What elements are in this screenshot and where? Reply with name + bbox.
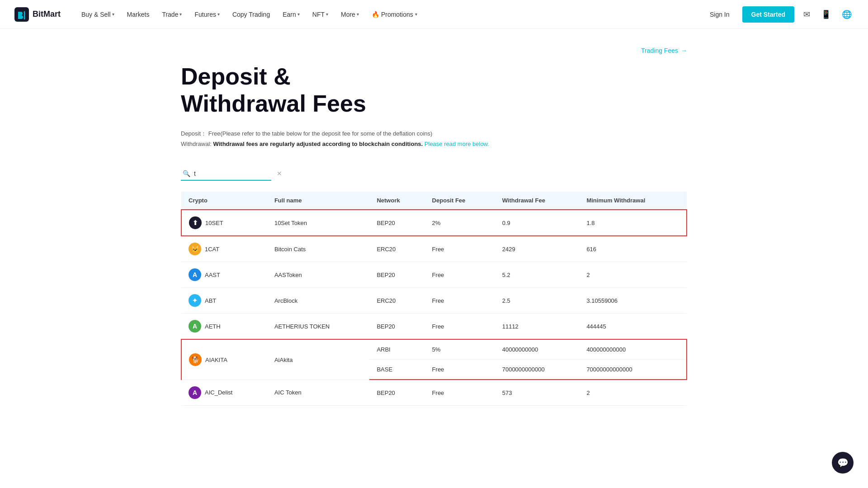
- fire-icon: 🔥: [372, 11, 379, 18]
- col-withdrawal-fee: Withdrawal Fee: [495, 192, 580, 210]
- crypto-id: ABT: [205, 297, 216, 304]
- trading-fees-link[interactable]: Trading Fees →: [181, 47, 687, 54]
- network: BEP20: [369, 210, 425, 236]
- crypto-cell-wrapper: ⬆ 10SET: [181, 210, 267, 236]
- full-name: AiAkita: [267, 339, 369, 380]
- crypto-id: AAST: [205, 272, 220, 278]
- min-withdrawal: 616: [579, 236, 687, 262]
- nav-item-buy-sell[interactable]: Buy & Sell ▾: [75, 0, 121, 29]
- nav-item-nft[interactable]: NFT ▾: [306, 0, 335, 29]
- network2: BASE: [369, 360, 425, 380]
- nav-item-futures[interactable]: Futures ▾: [188, 0, 226, 29]
- table-row: 🐱 1CAT Bitcoin Cats ERC20 Free 2429 616: [181, 236, 687, 262]
- min-withdrawal: 1.8: [579, 210, 687, 236]
- arrow-right-icon: →: [681, 47, 687, 54]
- table-row: A AIC_Delist AIC Token BEP20 Free 573 2: [181, 380, 687, 405]
- nav-item-earn[interactable]: Earn ▾: [276, 0, 306, 29]
- nav-item-markets[interactable]: Markets: [121, 0, 156, 29]
- min-withdrawal: 3.10559006: [579, 288, 687, 314]
- crypto-id: AIAKITA: [205, 357, 227, 363]
- network: BEP20: [369, 262, 425, 288]
- crypto-cell-wrapper: A AAST: [181, 262, 267, 288]
- chevron-down-icon: ▾: [415, 12, 417, 17]
- crypto-cell-wrapper: A AIC_Delist: [181, 380, 267, 405]
- col-min-withdrawal: Minimum Withdrawal: [579, 192, 687, 210]
- table-body: ⬆ 10SET 10Set Token BEP20 2% 0.9 1.8 🐱 1…: [181, 210, 687, 405]
- search-icon: 🔍: [183, 170, 190, 177]
- nav-item-more[interactable]: More ▾: [335, 0, 365, 29]
- deposit-fee: Free: [425, 262, 495, 288]
- globe-icon[interactable]: 🌐: [840, 8, 854, 21]
- chevron-down-icon: ▾: [112, 12, 114, 17]
- mail-icon[interactable]: ✉: [802, 8, 812, 21]
- network: ERC20: [369, 236, 425, 262]
- network: BEP20: [369, 314, 425, 340]
- withdrawal-fee2: 7000000000000: [495, 360, 580, 380]
- coin-icon: A: [189, 268, 201, 281]
- sign-in-button[interactable]: Sign In: [704, 7, 735, 22]
- table-row: ✦ ABT ArcBlock ERC20 Free 2.5 3.10559006: [181, 288, 687, 314]
- withdrawal-fee: 2.5: [495, 288, 580, 314]
- col-full-name: Full name: [267, 192, 369, 210]
- deposit-fee: Free: [425, 314, 495, 340]
- nav-links: Buy & Sell ▾ Markets Trade ▾ Futures ▾ C…: [75, 0, 424, 29]
- deposit-fee: 2%: [425, 210, 495, 236]
- nav-item-trade[interactable]: Trade ▾: [156, 0, 188, 29]
- table-row: 🐕 AIAKITA AiAkita ARBI 5% 40000000000 40…: [181, 339, 687, 360]
- table-row: ⬆ 10SET 10Set Token BEP20 2% 0.9 1.8: [181, 210, 687, 236]
- full-name: 10Set Token: [267, 210, 369, 236]
- search-input[interactable]: [194, 170, 273, 177]
- description: Deposit： Free(Please refer to the table …: [181, 128, 687, 150]
- search-container: 🔍 ✕: [181, 167, 271, 181]
- table-row: A AAST AASToken BEP20 Free 5.2 2: [181, 262, 687, 288]
- clear-icon[interactable]: ✕: [277, 170, 282, 177]
- min-withdrawal: 444445: [579, 314, 687, 340]
- withdrawal-fee: 5.2: [495, 262, 580, 288]
- crypto-id: 1CAT: [205, 246, 219, 253]
- min-withdrawal: 2: [579, 262, 687, 288]
- full-name: AETHERIUS TOKEN: [267, 314, 369, 340]
- crypto-id: AIC_Delist: [205, 389, 232, 396]
- coin-icon: ⬆: [189, 216, 202, 229]
- nav-item-copy-trading[interactable]: Copy Trading: [226, 0, 276, 29]
- logo[interactable]: BitMart: [14, 7, 61, 22]
- full-name: AIC Token: [267, 380, 369, 405]
- chevron-down-icon: ▾: [297, 12, 300, 17]
- crypto-cell: A AAST: [189, 268, 260, 281]
- main-content: Trading Fees → Deposit & Withdrawal Fees…: [163, 29, 705, 424]
- full-name: AASToken: [267, 262, 369, 288]
- coin-icon: 🐕: [189, 353, 202, 366]
- phone-icon[interactable]: 📱: [819, 8, 833, 21]
- min-withdrawal: 2: [579, 380, 687, 405]
- crypto-cell: ✦ ABT: [189, 294, 260, 307]
- crypto-cell-wrapper: ✦ ABT: [181, 288, 267, 314]
- crypto-id: 10SET: [205, 220, 223, 226]
- chevron-down-icon: ▾: [217, 12, 220, 17]
- get-started-button[interactable]: Get Started: [742, 6, 794, 23]
- fees-table: Crypto Full name Network Deposit Fee Wit…: [181, 192, 687, 406]
- nav-item-promotions[interactable]: 🔥 Promotions ▾: [365, 0, 424, 29]
- navbar-left: BitMart Buy & Sell ▾ Markets Trade ▾ Fut…: [14, 0, 424, 29]
- withdrawal-fee: 2429: [495, 236, 580, 262]
- deposit-fee: Free: [425, 380, 495, 405]
- withdrawal-fee: 11112: [495, 314, 580, 340]
- logo-text: BitMart: [33, 9, 61, 19]
- table-header: Crypto Full name Network Deposit Fee Wit…: [181, 192, 687, 210]
- deposit-fee2: Free: [425, 360, 495, 380]
- min-withdrawal2: 70000000000000: [579, 360, 687, 380]
- withdrawal-fee: 0.9: [495, 210, 580, 236]
- deposit-fee: 5%: [425, 339, 495, 360]
- navbar: BitMart Buy & Sell ▾ Markets Trade ▾ Fut…: [0, 0, 868, 29]
- crypto-cell-wrapper: 🐱 1CAT: [181, 236, 267, 262]
- navbar-right: Sign In Get Started ✉ 📱 🌐: [704, 6, 854, 23]
- min-withdrawal: 400000000000: [579, 339, 687, 360]
- crypto-cell: A AIC_Delist: [189, 386, 260, 399]
- coin-icon: A: [189, 386, 201, 399]
- network: ARBI: [369, 339, 425, 360]
- network: BEP20: [369, 380, 425, 405]
- col-deposit-fee: Deposit Fee: [425, 192, 495, 210]
- crypto-cell: 🐕 AIAKITA: [189, 353, 260, 366]
- network: ERC20: [369, 288, 425, 314]
- crypto-cell: A AETH: [189, 320, 260, 333]
- page-title: Deposit & Withdrawal Fees: [181, 63, 687, 117]
